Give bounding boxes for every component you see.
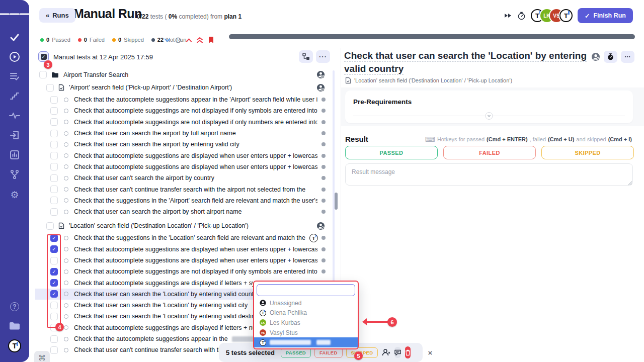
- result-failed-button[interactable]: FAILED: [443, 146, 536, 159]
- assignee-search-input[interactable]: [257, 284, 355, 296]
- settings-gear-icon[interactable]: ⚙: [10, 190, 19, 200]
- bulk-comment-button[interactable]: [394, 347, 401, 358]
- test-status-icon: [64, 303, 68, 308]
- milestones-steps-icon[interactable]: [10, 92, 20, 101]
- test-checkbox[interactable]: [50, 163, 58, 170]
- test-row[interactable]: ✓Check that autocomplete suggestions are…: [35, 244, 331, 255]
- assign-person-icon[interactable]: [316, 83, 325, 92]
- assignee-name: Vasyl Stus: [270, 329, 298, 336]
- assignee-option[interactable]: LKLes Kurbas: [254, 318, 358, 328]
- annotation-badge-4: 4: [55, 323, 64, 331]
- timer-icon[interactable]: [517, 12, 526, 20]
- suite-checkbox[interactable]: [46, 222, 54, 230]
- participants-avatar-group[interactable]: TLKVST: [531, 9, 573, 22]
- test-row[interactable]: Check that user can search the airport b…: [35, 128, 331, 139]
- close-selection-bar-button[interactable]: ×: [428, 348, 432, 357]
- test-checkbox[interactable]: [50, 197, 58, 204]
- test-status-icon: [64, 210, 68, 214]
- suite-row[interactable]: 'Airport' search field ('Pick-up Airport…: [35, 81, 331, 94]
- result-passed-button[interactable]: PASSED: [345, 146, 438, 159]
- folder-checkbox[interactable]: [39, 71, 47, 78]
- test-checkbox[interactable]: [50, 174, 58, 182]
- test-breadcrumb[interactable]: 'Location' search field ('Destination Lo…: [345, 77, 512, 84]
- bulk-assign-button[interactable]: [382, 348, 390, 356]
- legend-dot-icon: [151, 38, 155, 42]
- legend-count: 0: [46, 37, 49, 43]
- assignee-option[interactable]: VSVasyl Stus: [254, 328, 358, 338]
- test-checkbox[interactable]: [50, 130, 58, 137]
- test-checkbox[interactable]: [50, 118, 58, 126]
- back-to-runs-button[interactable]: «Runs: [39, 8, 75, 23]
- test-row[interactable]: Check that user can search the airport b…: [35, 139, 331, 150]
- test-row[interactable]: Check that the suggestions in the 'Airpo…: [35, 195, 331, 206]
- test-row[interactable]: Check that autocomplete suggestings are …: [35, 117, 331, 128]
- test-checkbox[interactable]: [50, 186, 58, 193]
- tree-more-button[interactable]: ···: [316, 50, 330, 63]
- test-row[interactable]: Check that user can't search the airport…: [35, 172, 331, 184]
- test-row[interactable]: Check that autocomplete suggestions are …: [35, 255, 331, 266]
- test-row[interactable]: Check that autocomplete suggestions are …: [35, 150, 331, 161]
- test-status-icon: [64, 109, 68, 113]
- test-row[interactable]: Check that autocomplete suggestings are …: [35, 105, 331, 116]
- detail-more-button[interactable]: ···: [621, 51, 634, 63]
- suite-row[interactable]: 'Location' search field ('Destination Lo…: [35, 219, 331, 232]
- test-checkbox[interactable]: [50, 96, 58, 104]
- test-row[interactable]: Check that user can't continue transfer …: [35, 184, 331, 195]
- folder-row[interactable]: Airport Transfer Search: [35, 68, 331, 81]
- runs-play-icon[interactable]: [9, 51, 20, 62]
- priority-highest-icon[interactable]: [197, 37, 203, 43]
- projects-folder-icon[interactable]: [9, 321, 21, 331]
- assignee-name: Unassigned: [270, 300, 301, 307]
- test-status-icon: [64, 142, 68, 147]
- import-icon[interactable]: [10, 131, 20, 140]
- bulk-delete-button[interactable]: [405, 346, 411, 358]
- reports-chart-icon[interactable]: [10, 150, 20, 160]
- workspace-avatar[interactable]: T: [8, 339, 21, 352]
- test-row[interactable]: Check that user can search the airport b…: [35, 206, 331, 217]
- test-status-icon: [64, 98, 68, 102]
- assignee-option[interactable]: T: [254, 337, 358, 347]
- priority-up-icon[interactable]: [186, 38, 192, 42]
- priority-dot-icon: [321, 236, 326, 240]
- test-row[interactable]: Check that the autocomplete suggestions …: [35, 94, 331, 105]
- collapse-chevron-icon[interactable]: [165, 38, 170, 42]
- test-row[interactable]: ✓Check that autocomplete suggestings are…: [35, 266, 331, 277]
- assignee-icon[interactable]: [591, 52, 600, 61]
- result-skipped-button[interactable]: SKIPPED: [541, 146, 634, 159]
- test-checkbox[interactable]: [50, 152, 58, 159]
- bookmark-icon[interactable]: [208, 36, 214, 44]
- assign-person-icon[interactable]: [316, 70, 325, 79]
- keyboard-shortcuts-button[interactable]: ⌘: [34, 351, 50, 362]
- tree-view-button[interactable]: [299, 50, 313, 63]
- test-plans-icon[interactable]: [10, 72, 20, 81]
- resize-grip-icon[interactable]: [628, 181, 632, 186]
- fast-forward-icon[interactable]: [504, 13, 512, 19]
- list-scrollbar-thumb[interactable]: [335, 193, 338, 210]
- test-checkbox[interactable]: [50, 208, 58, 216]
- prerequirements-expand-toggle[interactable]: [486, 112, 493, 120]
- timer-button[interactable]: [604, 51, 617, 63]
- help-icon[interactable]: ?: [10, 302, 19, 311]
- tests-check-icon[interactable]: [10, 32, 20, 42]
- result-message-input[interactable]: [345, 163, 633, 186]
- test-checkbox[interactable]: [50, 107, 58, 115]
- participant-avatar[interactable]: T: [559, 9, 573, 22]
- assignee-option[interactable]: Unassigned: [254, 298, 358, 308]
- test-title: Check that autocomplete suggestings are …: [74, 324, 273, 331]
- test-title: Check that user can't continue transfer …: [74, 186, 305, 193]
- test-checkbox[interactable]: [50, 335, 58, 343]
- unassigned-icon: [260, 300, 266, 306]
- test-checkbox[interactable]: [50, 141, 58, 148]
- suite-checkbox[interactable]: [46, 84, 54, 92]
- branch-icon[interactable]: [10, 169, 20, 179]
- test-checkbox[interactable]: [50, 346, 58, 354]
- menu-icon[interactable]: [0, 12, 30, 17]
- test-detail-title[interactable]: Check that user can search the 'Location…: [344, 49, 596, 75]
- test-row[interactable]: ✓Check that the suggestions in the 'Loca…: [35, 232, 331, 243]
- finish-run-button[interactable]: ✓Finish Run: [578, 8, 633, 23]
- circle-status-icon[interactable]: [175, 37, 181, 43]
- assign-person-icon[interactable]: [316, 222, 325, 230]
- test-row[interactable]: Check that autocomplete suggestions are …: [35, 161, 331, 172]
- assignee-option[interactable]: TOlena Pchilka: [254, 308, 358, 318]
- activity-pulse-icon[interactable]: [9, 112, 20, 120]
